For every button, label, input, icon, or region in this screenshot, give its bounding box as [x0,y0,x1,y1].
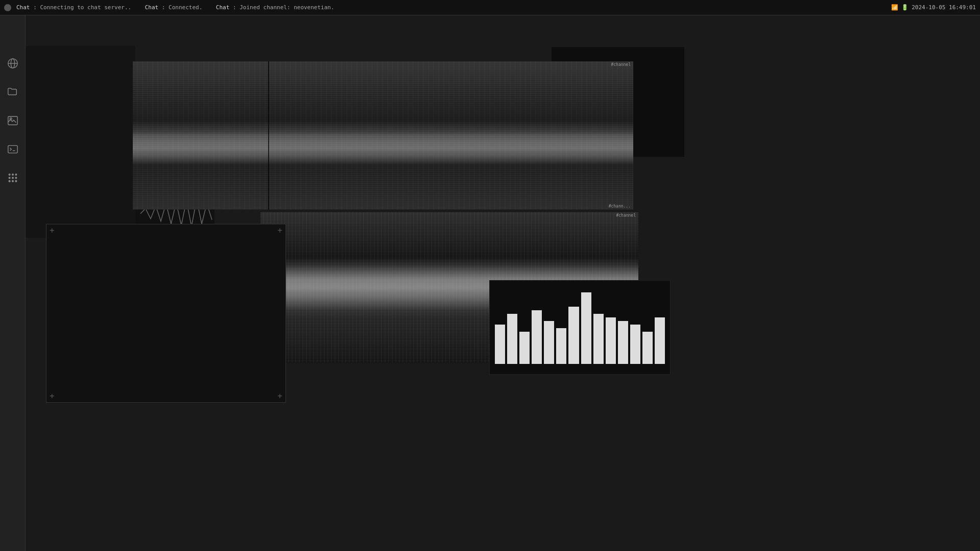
channel-label-top: #channel [611,62,631,67]
histogram-panel [489,280,671,375]
left-dark-panel [26,46,135,238]
svg-point-9 [15,174,17,175]
spectrogram-top-panel: #channel #chann... [133,61,633,210]
status-bar: Chat : Connecting to chat server.. Chat … [16,4,891,11]
channel-label-bottom: #channel [616,213,636,218]
panel-corner-tr[interactable]: + [277,226,282,235]
sidebar-item-image[interactable] [6,113,20,128]
sidebar-item-folder[interactable] [6,85,20,99]
battery-icon: 🔋 [901,4,909,11]
spacer1 [135,4,141,11]
signal-icon: 📶 [891,4,898,11]
chat-connected: Connected. [169,4,202,11]
panel-corner-tl[interactable]: + [50,226,55,235]
vertical-line-indicator [268,61,269,210]
histogram-bar [519,332,530,364]
histogram-bar [556,328,566,364]
svg-point-8 [12,174,13,175]
histogram-bar [642,332,653,364]
sidebar [0,15,26,551]
chan-label2-text: #chann... [609,204,631,209]
histogram-bar [618,321,628,364]
svg-point-11 [12,177,13,179]
chat-msg-3: : [233,4,240,11]
main-content: #channel #chann... #channel #chann... + … [26,15,980,551]
chat-msg-2: : [162,4,169,11]
svg-point-15 [15,180,17,182]
spacer2 [206,4,212,11]
svg-point-4 [10,118,12,120]
histogram-bar [495,325,505,364]
histogram-bar [544,321,554,364]
sidebar-item-grid[interactable] [6,171,20,185]
sidebar-item-globe[interactable] [6,56,20,71]
channel-label-top2: #chann... [609,204,631,209]
chat-msg-1: : [33,4,40,11]
svg-point-13 [9,180,10,182]
system-icons: 📶 🔋 2024-10-05 16:49:01 [891,4,976,11]
chat-label-3: Chat [216,4,230,11]
svg-point-7 [9,174,10,175]
chat-label-2: Chat [145,4,159,11]
app-logo [4,4,11,11]
histogram-bar [630,325,640,364]
histogram-bar [581,292,591,364]
panel-corner-br[interactable]: + [277,392,282,400]
histogram-bar [593,314,604,364]
datetime-display: 2024-10-05 16:49:01 [912,4,976,11]
svg-point-14 [12,180,13,182]
spectrogram-top-bg [133,61,633,210]
histogram-bar [532,310,542,364]
histogram-bar [606,317,616,364]
bottom-left-panel: + + + + [46,224,286,403]
chat-joined: Joined channel: neovenetian. [240,4,334,11]
svg-point-10 [9,177,10,179]
histogram-bar [655,317,665,364]
histogram-bar [568,307,579,364]
topbar: Chat : Connecting to chat server.. Chat … [0,0,980,15]
histogram-bar [507,314,517,364]
panel-corner-bl[interactable]: + [50,392,55,400]
sidebar-item-terminal[interactable] [6,142,20,156]
chat-label-1: Chat [16,4,30,11]
chat-connecting: Connecting to chat server.. [40,4,131,11]
svg-rect-5 [8,146,17,153]
svg-point-12 [15,177,17,179]
